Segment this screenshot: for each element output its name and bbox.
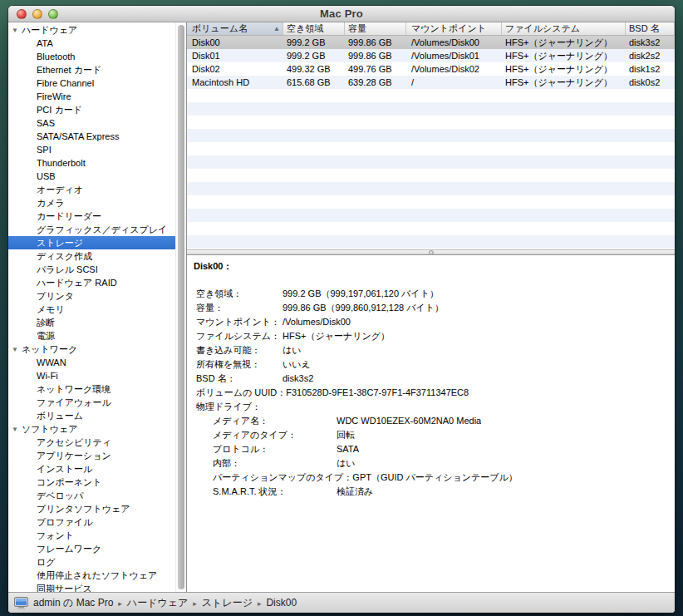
sidebar-item-23[interactable]: 電源 xyxy=(8,329,175,342)
sidebar-item-40[interactable]: ログ xyxy=(8,555,175,569)
sidebar-item-41[interactable]: 使用停止されたソフトウェア xyxy=(8,569,175,582)
volumes-table-header: ボリューム名▲空き領域容量マウントポイントファイルシステムBSD 名 xyxy=(187,22,675,36)
sidebar-scrollbar[interactable] xyxy=(175,22,187,592)
pane-splitter[interactable] xyxy=(187,249,675,255)
sidebar-item-1[interactable]: ATA xyxy=(8,37,175,50)
sidebar-item-21[interactable]: メモリ xyxy=(8,303,175,316)
detail-row-13: パーティションマップのタイプ：GPT（GUID パーティションテーブル） xyxy=(187,471,675,485)
column-header-1[interactable]: 空き領域 xyxy=(283,22,345,35)
sidebar-item-5[interactable]: FireWire xyxy=(8,90,175,103)
sidebar-item-37[interactable]: プロファイル xyxy=(8,515,175,529)
detail-value: SATA xyxy=(337,442,359,456)
sidebar-item-label: ソフトウェア xyxy=(22,424,78,434)
sidebar-item-25[interactable]: WWAN xyxy=(8,356,175,369)
detail-value: はい xyxy=(337,456,356,471)
detail-label: マウントポイント： xyxy=(187,315,283,329)
disclosure-triangle-icon[interactable]: ▼ xyxy=(12,343,22,356)
volumes-table-empty-area xyxy=(187,89,675,249)
close-button[interactable] xyxy=(17,9,27,19)
table-row-Disk00[interactable]: Disk00999.2 GB999.86 GB/Volumes/Disk00HF… xyxy=(187,36,675,49)
breadcrumb-item-2: ストレージ xyxy=(202,597,253,609)
sidebar-item-34[interactable]: コンポーネント xyxy=(8,476,175,489)
column-header-2[interactable]: 容量 xyxy=(345,22,406,35)
sidebar-item-12[interactable]: オーディオ xyxy=(8,183,175,196)
sidebar-scrollbar-thumb[interactable] xyxy=(178,25,184,589)
table-cell: / xyxy=(406,76,502,89)
table-row-Disk02[interactable]: Disk02499.32 GB499.76 GB/Volumes/Disk02H… xyxy=(187,62,675,76)
sidebar-item-label: Bluetooth xyxy=(37,52,75,62)
column-header-0[interactable]: ボリューム名▲ xyxy=(187,22,283,35)
detail-label: ファイルシステム： xyxy=(187,329,283,343)
category-sidebar: ▼ハードウェアATABluetoothEthernet カードFibre Cha… xyxy=(8,22,175,592)
sidebar-item-3[interactable]: Ethernet カード xyxy=(8,63,175,76)
table-cell: Disk00 xyxy=(187,36,283,49)
sidebar-item-label: ハードウェア xyxy=(22,25,77,35)
content-pane: ボリューム名▲空き領域容量マウントポイントファイルシステムBSD 名 Disk0… xyxy=(187,22,675,592)
detail-row-0: 空き領域：999.2 GB（999,197,061,120 バイト） xyxy=(187,287,675,301)
sidebar-item-6[interactable]: PCI カード xyxy=(8,103,175,116)
sidebar-item-18[interactable]: パラレル SCSI xyxy=(8,263,175,276)
detail-label: プロトコル： xyxy=(187,442,337,456)
sidebar-item-33[interactable]: インストール xyxy=(8,462,175,476)
breadcrumb-separator-icon: ▸ xyxy=(258,599,262,608)
title-bar[interactable]: Mac Pro xyxy=(8,6,675,22)
sidebar-item-label: カメラ xyxy=(37,198,65,208)
sidebar-item-13[interactable]: カメラ xyxy=(8,196,175,209)
table-cell: disk2s2 xyxy=(626,49,675,62)
table-cell: Macintosh HD xyxy=(187,76,283,89)
sidebar-item-22[interactable]: 診断 xyxy=(8,316,175,329)
sidebar-item-label: ATA xyxy=(37,38,53,48)
sidebar-group-30[interactable]: ▼ソフトウェア xyxy=(8,422,175,436)
sidebar-item-27[interactable]: ネットワーク環境 xyxy=(8,382,175,396)
table-cell: 499.32 GB xyxy=(283,62,345,76)
column-header-4[interactable]: ファイルシステム xyxy=(502,22,626,35)
sidebar-item-35[interactable]: デベロッパ xyxy=(8,489,175,502)
detail-value: F310528D-9FE1-38C7-97F1-4F3711347EC8 xyxy=(286,386,469,400)
sidebar-item-label: ネットワーク環境 xyxy=(37,384,111,394)
volumes-table: ボリューム名▲空き領域容量マウントポイントファイルシステムBSD 名 Disk0… xyxy=(187,22,675,249)
column-header-label: ファイルシステム xyxy=(505,22,580,35)
sidebar-item-label: プロファイル xyxy=(37,517,93,527)
sidebar-item-32[interactable]: アプリケーション xyxy=(8,449,175,462)
disclosure-triangle-icon[interactable]: ▼ xyxy=(12,24,22,37)
sidebar-item-26[interactable]: Wi-Fi xyxy=(8,369,175,382)
sidebar-item-14[interactable]: カードリーダー xyxy=(8,209,175,223)
sidebar-item-17[interactable]: ディスク作成 xyxy=(8,249,175,263)
detail-row-14: S.M.A.R.T. 状況：検証済み xyxy=(187,485,675,499)
sidebar-item-20[interactable]: プリンタ xyxy=(8,289,175,303)
sidebar-item-label: FireWire xyxy=(37,91,71,101)
sidebar-item-42[interactable]: 同期サービス xyxy=(8,582,175,592)
sidebar-item-31[interactable]: アクセシビリティ xyxy=(8,436,175,449)
disclosure-triangle-icon[interactable]: ▼ xyxy=(12,423,22,436)
sidebar-item-19[interactable]: ハードウェア RAID xyxy=(8,276,175,289)
sidebar-item-11[interactable]: USB xyxy=(8,170,175,183)
sidebar-group-24[interactable]: ▼ネットワーク xyxy=(8,342,175,356)
zoom-button[interactable] xyxy=(48,9,58,19)
volume-detail-pane: Disk00： 空き領域：999.2 GB（999,197,061,120 バイ… xyxy=(187,255,675,592)
sidebar-item-15[interactable]: グラフィックス／ディスプレイ xyxy=(8,223,175,236)
sidebar-item-7[interactable]: SAS xyxy=(8,116,175,130)
splitter-dimple-icon xyxy=(429,250,434,255)
sidebar-item-36[interactable]: プリンタソフトウェア xyxy=(8,502,175,515)
sidebar-item-2[interactable]: Bluetooth xyxy=(8,50,175,63)
sidebar-group-0[interactable]: ▼ハードウェア xyxy=(8,23,175,37)
sidebar-item-16[interactable]: ストレージ xyxy=(8,236,175,249)
sidebar-item-29[interactable]: ボリューム xyxy=(8,409,175,422)
table-cell: Disk01 xyxy=(187,49,283,62)
detail-label: 容量： xyxy=(187,301,283,315)
sidebar-item-4[interactable]: Fibre Channel xyxy=(8,76,175,90)
table-row-Macintosh HD[interactable]: Macintosh HD615.68 GB639.28 GB/HFS+（ジャーナ… xyxy=(187,76,675,89)
detail-row-6: BSD 名：disk3s2 xyxy=(187,372,675,386)
column-header-5[interactable]: BSD 名 xyxy=(626,22,675,35)
sidebar-item-39[interactable]: フレームワーク xyxy=(8,542,175,555)
sidebar-item-28[interactable]: ファイアウォール xyxy=(8,396,175,409)
table-cell: HFS+（ジャーナリング） xyxy=(502,62,626,76)
column-header-3[interactable]: マウントポイント xyxy=(406,22,502,35)
sidebar-item-38[interactable]: フォント xyxy=(8,529,175,542)
table-cell: 499.76 GB xyxy=(345,62,406,76)
table-row-Disk01[interactable]: Disk01999.2 GB999.86 GB/Volumes/Disk01HF… xyxy=(187,49,675,62)
sidebar-item-8[interactable]: SATA/SATA Express xyxy=(8,130,175,143)
minimize-button[interactable] xyxy=(32,9,42,19)
sidebar-item-9[interactable]: SPI xyxy=(8,143,175,156)
sidebar-item-10[interactable]: Thunderbolt xyxy=(8,156,175,170)
